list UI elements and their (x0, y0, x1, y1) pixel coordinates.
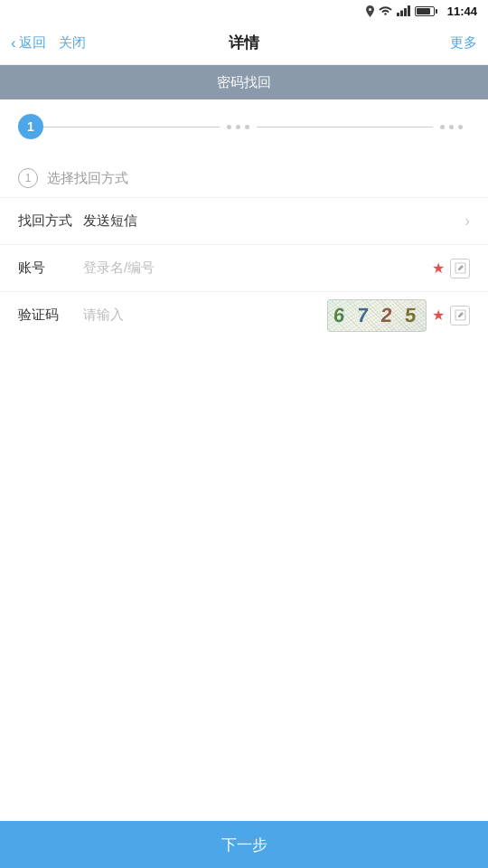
back-arrow-icon: ‹ (11, 34, 16, 52)
captcha-row: 验证码 请输入 6 7 2 5 ★ (0, 291, 488, 338)
step-dots-1 (220, 125, 257, 129)
section-header: 1 选择找回方式 (0, 154, 488, 197)
captcha-required-icon: ★ (432, 307, 445, 324)
method-arrow-icon: › (465, 212, 470, 231)
status-bar: 11:44 (0, 0, 488, 22)
step-dot (440, 125, 445, 129)
method-label: 找回方式 (18, 212, 83, 230)
step-line-1 (43, 127, 220, 127)
captcha-input[interactable]: 请输入 (83, 307, 318, 324)
step-dot (449, 125, 454, 129)
svg-rect-4 (408, 5, 410, 16)
account-row: 账号 登录名/编号 ★ (0, 244, 488, 291)
step-dot (458, 125, 463, 129)
page-title: 详情 (229, 33, 259, 53)
account-required-icon: ★ (432, 259, 445, 277)
sub-header-title: 密码找回 (217, 74, 271, 91)
nav-left-actions: ‹ 返回 关闭 (11, 34, 86, 52)
back-button[interactable]: ‹ 返回 (11, 34, 46, 52)
more-button[interactable]: 更多 (450, 34, 477, 52)
signal-icon (397, 5, 410, 16)
step-line-2 (257, 127, 433, 127)
next-button[interactable]: 下一步 (0, 821, 488, 868)
location-icon (366, 5, 374, 17)
back-label: 返回 (19, 34, 46, 52)
account-label: 账号 (18, 259, 83, 277)
method-value: 发送短信 (83, 212, 457, 230)
next-button-label: 下一步 (221, 835, 267, 855)
account-input[interactable]: 登录名/编号 (83, 259, 427, 277)
status-icons: 11:44 (366, 5, 477, 18)
method-row[interactable]: 找回方式 发送短信 › (0, 197, 488, 244)
section-label: 选择找回方式 (47, 170, 128, 187)
nav-bar: ‹ 返回 关闭 详情 更多 (0, 22, 488, 65)
svg-rect-1 (397, 13, 399, 16)
status-time: 11:44 (447, 5, 477, 18)
svg-rect-3 (404, 8, 407, 16)
wifi-icon (379, 5, 392, 16)
step-dot (245, 125, 249, 129)
section-number: 1 (18, 168, 38, 188)
svg-rect-2 (400, 11, 403, 17)
step-dot (227, 125, 231, 129)
step-dot (236, 125, 240, 129)
step-indicator: 1 (0, 99, 488, 154)
account-edit-icon[interactable] (450, 259, 470, 278)
battery-icon (415, 6, 437, 16)
captcha-label: 验证码 (18, 307, 83, 324)
captcha-edit-icon[interactable] (450, 306, 470, 326)
svg-point-0 (369, 8, 371, 11)
close-button[interactable]: 关闭 (59, 34, 86, 52)
captcha-image[interactable]: 6 7 2 5 (327, 299, 427, 332)
sub-header: 密码找回 (0, 65, 488, 99)
step-1-circle: 1 (18, 114, 43, 139)
captcha-text: 6 7 2 5 (333, 304, 421, 327)
step-dots-2 (433, 125, 470, 129)
